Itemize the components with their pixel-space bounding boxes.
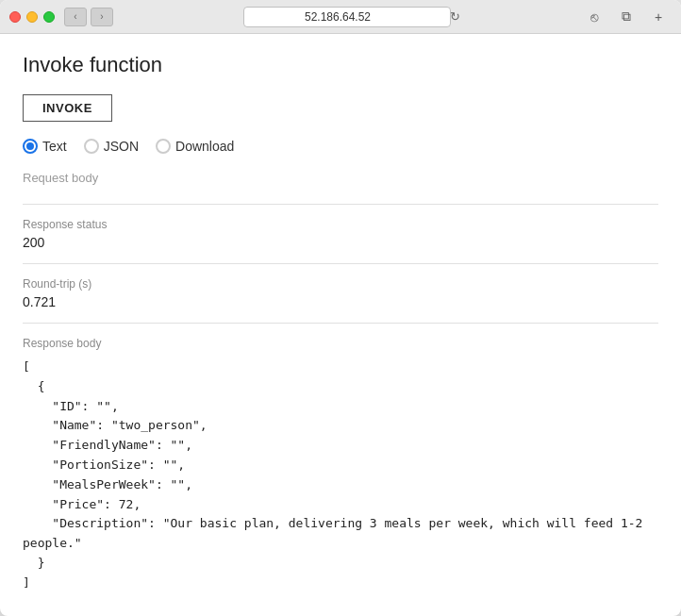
toolbar-right: ⎋ ⧉ +	[581, 7, 672, 27]
title-bar: ‹ › ↻ ⎋ ⧉ +	[0, 0, 681, 34]
url-bar-container: ↻	[123, 7, 572, 27]
forward-button[interactable]: ›	[91, 8, 113, 26]
round-trip-label: Round-trip (s)	[23, 277, 658, 291]
url-bar[interactable]	[243, 7, 451, 27]
share-icon[interactable]: ⎋	[581, 7, 607, 27]
response-body-content: [ { "ID": "", "Name": "two_person", "Fri…	[23, 358, 658, 593]
response-status-value: 200	[23, 235, 658, 250]
back-button[interactable]: ‹	[64, 8, 87, 26]
page-title: Invoke function	[23, 53, 658, 77]
reload-button[interactable]: ↻	[450, 9, 460, 24]
nav-buttons: ‹ ›	[64, 8, 113, 26]
response-body-label: Response body	[23, 337, 658, 350]
radio-json-circle	[84, 139, 99, 154]
maximize-button[interactable]	[43, 11, 55, 23]
traffic-lights	[9, 11, 55, 23]
radio-download-label: Download	[175, 139, 234, 154]
new-tab-icon[interactable]: +	[645, 7, 672, 27]
close-button[interactable]	[9, 11, 21, 23]
format-selector: Text JSON Download	[23, 139, 658, 154]
radio-text-circle	[23, 139, 38, 154]
back-icon: ‹	[74, 11, 76, 22]
divider-1	[23, 204, 658, 205]
page-content: Invoke function INVOKE Text JSON Downloa…	[0, 34, 681, 616]
divider-3	[23, 323, 658, 324]
radio-text-label: Text	[42, 139, 67, 154]
divider-2	[23, 263, 658, 264]
response-status-label: Response status	[23, 218, 658, 231]
round-trip-value: 0.721	[23, 294, 658, 309]
radio-text[interactable]: Text	[23, 139, 67, 154]
radio-json-label: JSON	[104, 139, 139, 154]
minimize-button[interactable]	[26, 11, 38, 23]
forward-icon: ›	[100, 11, 103, 22]
browser-window: ‹ › ↻ ⎋ ⧉ + Invoke function INVOKE Text	[0, 0, 681, 616]
tabs-icon[interactable]: ⧉	[613, 7, 639, 27]
radio-download-circle	[156, 139, 171, 154]
invoke-button[interactable]: INVOKE	[23, 94, 112, 122]
radio-download[interactable]: Download	[156, 139, 234, 154]
radio-json[interactable]: JSON	[84, 139, 139, 154]
request-body-placeholder: Request body	[23, 171, 658, 191]
